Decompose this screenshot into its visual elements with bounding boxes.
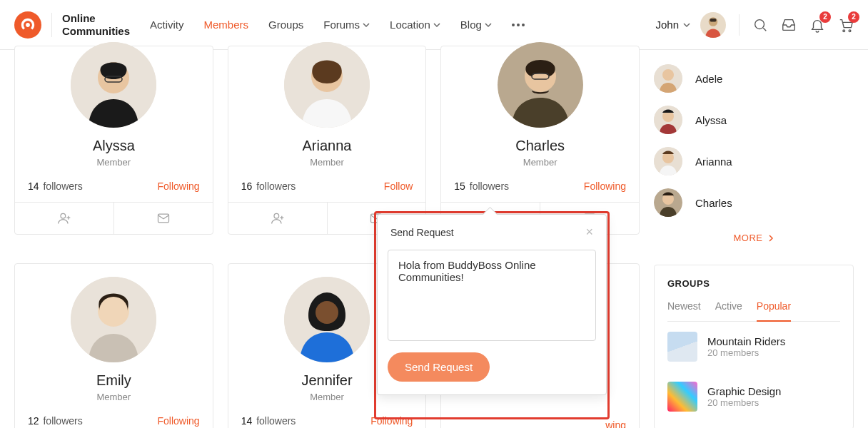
member-name[interactable]: Jennifer bbox=[301, 372, 352, 389]
member-role: Member bbox=[96, 392, 131, 402]
followers-count: 14 followers bbox=[241, 415, 296, 427]
svg-point-24 bbox=[316, 301, 338, 324]
logo[interactable] bbox=[14, 11, 41, 39]
chevron-down-icon bbox=[683, 21, 690, 29]
follow-button[interactable]: Follow bbox=[384, 180, 413, 192]
sidebar-member-name: Arianna bbox=[695, 156, 732, 168]
avatar bbox=[654, 64, 682, 93]
group-thumb bbox=[667, 332, 697, 362]
nav-location[interactable]: Location bbox=[390, 19, 440, 31]
group-thumb bbox=[667, 382, 697, 412]
followers-count: 12 followers bbox=[28, 415, 83, 427]
user-menu[interactable]: John bbox=[655, 12, 726, 38]
group-sub: 20 members bbox=[707, 397, 781, 408]
svg-point-8 bbox=[61, 213, 66, 218]
inbox-icon[interactable] bbox=[781, 17, 797, 33]
nav-forums-label: Forums bbox=[323, 19, 360, 31]
bell-badge: 2 bbox=[819, 11, 831, 23]
member-card: Arianna Member 16 followers Follow bbox=[228, 46, 427, 235]
follow-button[interactable]: Following bbox=[158, 415, 200, 427]
follow-button[interactable]: Following bbox=[584, 180, 626, 192]
member-name[interactable]: Charles bbox=[515, 138, 565, 154]
member-name[interactable]: Arianna bbox=[303, 138, 352, 154]
tab-active[interactable]: Active bbox=[715, 300, 742, 321]
sidebar-member[interactable]: Arianna bbox=[654, 147, 854, 175]
tab-newest[interactable]: Newest bbox=[667, 300, 701, 321]
groups-heading: GROUPS bbox=[667, 278, 840, 289]
chevron-down-icon bbox=[485, 21, 492, 29]
member-role: Member bbox=[96, 157, 131, 168]
member-name[interactable]: Alyssa bbox=[93, 138, 135, 154]
svg-point-26 bbox=[662, 69, 674, 81]
brand-line1: Online bbox=[62, 12, 130, 24]
request-message-input[interactable] bbox=[388, 250, 596, 341]
follow-button[interactable]: Following bbox=[158, 180, 200, 192]
group-title: Graphic Design bbox=[707, 385, 781, 397]
sidebar-member[interactable]: Charles bbox=[654, 188, 854, 217]
bell-icon[interactable]: 2 bbox=[809, 17, 825, 33]
avatar bbox=[654, 188, 682, 217]
send-request-popover: Send Request × Send Request bbox=[377, 214, 607, 395]
avatar[interactable] bbox=[71, 42, 156, 128]
cart-icon[interactable]: 2 bbox=[838, 17, 854, 33]
user-avatar bbox=[700, 12, 726, 38]
svg-point-4 bbox=[849, 29, 851, 31]
avatar bbox=[654, 106, 682, 134]
more-label: MORE bbox=[734, 233, 763, 243]
tab-popular[interactable]: Popular bbox=[757, 300, 791, 322]
svg-point-12 bbox=[274, 213, 279, 218]
send-request-button[interactable]: Send Request bbox=[388, 352, 490, 382]
popover-title: Send Request bbox=[390, 227, 454, 238]
sidebar-member[interactable]: Adele bbox=[654, 64, 854, 93]
avatar[interactable] bbox=[284, 42, 370, 128]
nav-blog[interactable]: Blog bbox=[460, 19, 492, 31]
chevron-down-icon bbox=[363, 21, 370, 29]
member-card: Emily Member 12 followers Following bbox=[14, 263, 213, 428]
avatar[interactable] bbox=[284, 277, 370, 362]
member-role: Member bbox=[310, 157, 344, 168]
follow-button[interactable]: Following bbox=[370, 415, 413, 427]
brand-name[interactable]: Online Communities bbox=[62, 12, 130, 37]
chevron-right-icon bbox=[767, 235, 774, 242]
followers-count: 15 followers bbox=[454, 180, 509, 192]
search-icon[interactable] bbox=[752, 17, 768, 33]
brand-line2: Communities bbox=[62, 25, 130, 37]
followers-count: 14 followers bbox=[28, 180, 83, 192]
sidebar-member[interactable]: Alyssa bbox=[654, 106, 854, 134]
nav-activity[interactable]: Activity bbox=[150, 19, 184, 31]
nav-blog-label: Blog bbox=[460, 19, 482, 31]
group-sub: 20 members bbox=[707, 347, 785, 358]
sidebar-member-name: Alyssa bbox=[695, 114, 727, 126]
nav-more[interactable] bbox=[512, 24, 525, 26]
avatar[interactable] bbox=[498, 42, 583, 128]
member-card: Charles Member 15 followers Following bbox=[440, 46, 640, 235]
svg-rect-1 bbox=[710, 19, 717, 22]
member-card: Alyssa Member 14 followers Following bbox=[14, 46, 213, 235]
group-item[interactable]: Graphic Design 20 members bbox=[667, 372, 840, 422]
follow-button[interactable]: wing bbox=[605, 419, 626, 428]
member-role: Member bbox=[523, 157, 557, 168]
nav-groups[interactable]: Groups bbox=[268, 19, 303, 31]
member-role: Member bbox=[310, 392, 344, 402]
nav-location-label: Location bbox=[390, 19, 430, 31]
svg-point-2 bbox=[755, 19, 764, 29]
nav-forums[interactable]: Forums bbox=[323, 19, 370, 31]
svg-rect-9 bbox=[158, 214, 168, 223]
user-name: John bbox=[655, 19, 679, 31]
cart-badge: 2 bbox=[848, 11, 859, 23]
add-friend-button[interactable] bbox=[228, 203, 327, 234]
sidebar-member-name: Adele bbox=[695, 73, 722, 85]
message-button[interactable] bbox=[113, 203, 213, 234]
add-friend-button[interactable] bbox=[15, 203, 113, 234]
nav-members[interactable]: Members bbox=[204, 19, 249, 31]
svg-point-3 bbox=[843, 29, 845, 31]
chevron-down-icon bbox=[433, 21, 440, 29]
group-title: Mountain Riders bbox=[707, 335, 785, 347]
followers-count: 16 followers bbox=[241, 180, 296, 192]
sidebar-member-name: Charles bbox=[695, 197, 732, 209]
member-name[interactable]: Emily bbox=[96, 372, 131, 389]
more-link[interactable]: MORE bbox=[654, 233, 854, 243]
close-icon[interactable]: × bbox=[585, 225, 593, 240]
group-item[interactable]: Mountain Riders 20 members bbox=[667, 322, 840, 372]
avatar[interactable] bbox=[71, 277, 156, 362]
